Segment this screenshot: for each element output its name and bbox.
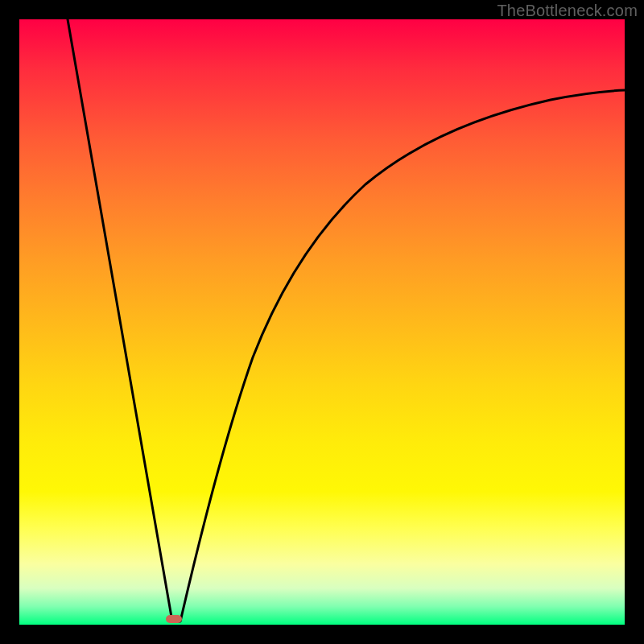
chart-frame <box>19 19 625 625</box>
optimal-marker <box>166 615 182 623</box>
bottleneck-curve <box>19 19 625 625</box>
curve-path <box>68 19 625 621</box>
watermark-text: TheBottleneck.com <box>497 2 638 20</box>
